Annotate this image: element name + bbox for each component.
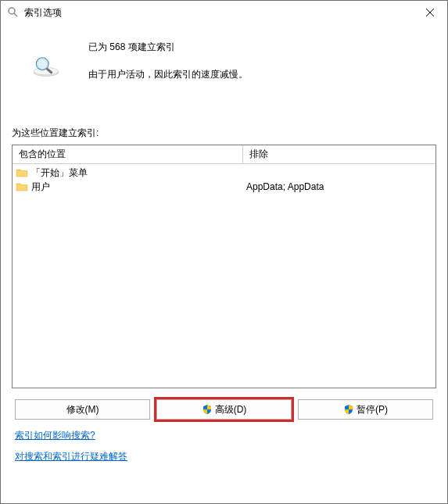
- list-item[interactable]: 「开始」菜单: [16, 166, 240, 180]
- folder-icon: [16, 181, 28, 192]
- status-text: 已为 568 项建立索引 由于用户活动，因此索引的速度减慢。: [88, 38, 436, 95]
- column-included[interactable]: 包含的位置: [13, 145, 243, 163]
- indexing-icon: [7, 6, 20, 19]
- indexing-options-dialog: 索引选项 已为 568 项建立索引 由于用户活动，因此索引的速度减慢。: [0, 0, 448, 504]
- pause-button[interactable]: 暂停(P): [298, 399, 433, 420]
- how-indexing-affects-link[interactable]: 索引如何影响搜索?: [15, 429, 95, 442]
- locations-header: 包含的位置 排除: [13, 145, 435, 164]
- svg-point-0: [9, 8, 15, 14]
- magnifier-icon: [27, 54, 65, 86]
- status-section: 已为 568 项建立索引 由于用户活动，因此索引的速度减慢。: [12, 38, 436, 95]
- list-item-excluded: AppData; AppData: [246, 180, 432, 194]
- close-button[interactable]: [412, 1, 447, 24]
- locations-body: 「开始」菜单 用户: [13, 164, 435, 388]
- locations-list: 包含的位置 排除 「开始」菜单: [12, 145, 436, 388]
- advanced-button[interactable]: 高级(D): [156, 399, 292, 420]
- column-excluded[interactable]: 排除: [243, 145, 435, 163]
- list-item[interactable]: 用户: [16, 180, 240, 194]
- shield-icon: [343, 404, 354, 415]
- indexed-count: 已为 568 项建立索引: [88, 41, 436, 54]
- content-area: 已为 568 项建立索引 由于用户活动，因此索引的速度减慢。 为这些位置建立索引…: [1, 24, 447, 503]
- excluded-value: AppData; AppData: [246, 181, 324, 192]
- excluded-column-body: AppData; AppData: [243, 164, 435, 388]
- list-item-excluded: [246, 166, 432, 180]
- included-column-body: 「开始」菜单 用户: [13, 164, 243, 388]
- window-title: 索引选项: [24, 6, 412, 20]
- locations-label: 为这些位置建立索引:: [12, 127, 436, 140]
- svg-line-1: [14, 13, 17, 16]
- modify-button[interactable]: 修改(M): [15, 399, 150, 420]
- item-name: 用户: [31, 181, 50, 194]
- titlebar: 索引选项: [1, 1, 447, 24]
- item-name: 「开始」菜单: [31, 166, 88, 180]
- help-links: 索引如何影响搜索? 对搜索和索引进行疑难解答: [12, 429, 436, 471]
- folder-icon: [16, 167, 28, 178]
- troubleshoot-link[interactable]: 对搜索和索引进行疑难解答: [15, 450, 127, 463]
- shield-icon: [202, 404, 213, 415]
- svg-point-7: [38, 59, 47, 68]
- button-row: 修改(M) 高级(D): [12, 399, 436, 420]
- indexing-speed-note: 由于用户活动，因此索引的速度减慢。: [88, 68, 436, 81]
